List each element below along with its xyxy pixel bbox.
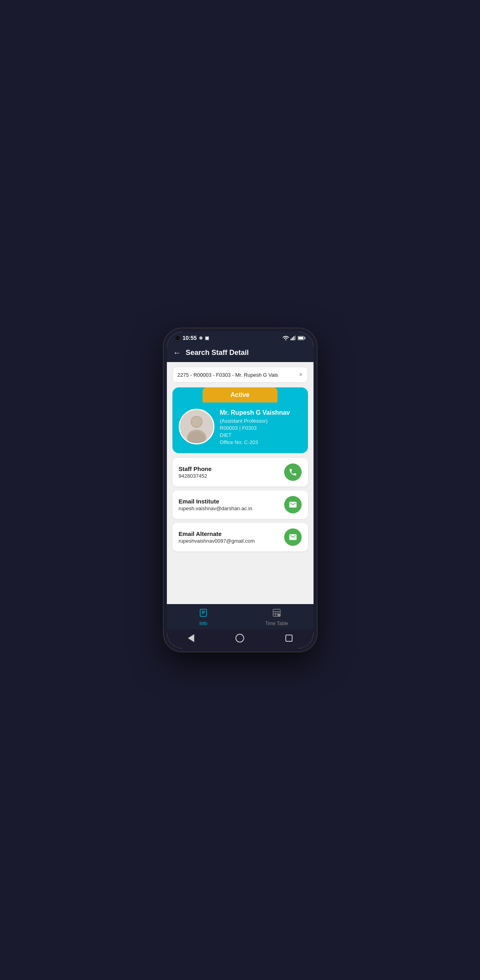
info-icon [199,608,208,620]
svg-rect-13 [200,609,207,616]
status-icon-1: ⊕ [199,336,203,341]
svg-point-11 [191,417,201,427]
contact-phone: Staff Phone 9428037452 [172,458,308,486]
staff-codes: R00003 | F0303 [220,425,302,431]
contact-email-institute: Email Institute rupesh.vaishnav@darshan.… [172,490,308,519]
nav-item-timetable[interactable]: ⟳ Time Table [240,604,314,629]
contact-email-alternate: Email Alternate rupeshvaishnav0097@gmail… [172,523,308,551]
contact-email-institute-text: Email Institute rupesh.vaishnav@darshan.… [179,498,252,511]
content-area: Active [167,387,314,604]
phone-nav-bar [167,629,314,648]
search-bar-wrap: 2275 - R00003 - F0303 - Mr. Rupesh G Vai… [167,362,314,387]
status-time: 10:55 [183,335,197,341]
staff-name: Mr. Rupesh G Vaishnav [220,409,302,417]
home-circle-icon [235,634,244,643]
active-badge: Active [203,387,277,402]
recent-nav-button[interactable] [283,633,295,644]
search-value[interactable]: 2275 - R00003 - F0303 - Mr. Rupesh G Vai… [178,372,297,378]
back-nav-button[interactable] [185,633,197,644]
nav-item-info[interactable]: Info [167,604,240,629]
phone-screen: 10:55 ⊕ ▣ [167,332,314,648]
svg-rect-4 [295,336,296,340]
status-icon-2: ▣ [205,336,209,341]
email-alt-icon [289,533,297,541]
nav-timetable-label: Time Table [265,621,288,626]
contact-email-institute-label: Email Institute [179,498,252,505]
person-svg [180,409,213,444]
bottom-nav: Info ⟳ Time Table [167,604,314,629]
contact-phone-text: Staff Phone 9428037452 [179,465,212,479]
staff-office: Office No: C-203 [220,439,302,445]
camera-dot [175,335,180,341]
phone-frame: 10:55 ⊕ ▣ [163,328,317,652]
contact-phone-label: Staff Phone [179,465,212,472]
back-button[interactable]: ← [173,348,181,357]
contact-phone-value: 9428037452 [179,473,212,479]
contact-email-institute-value: rupesh.vaishnav@darshan.ac.in [179,505,252,511]
wifi-icon [283,336,289,340]
timetable-tab-icon: ⟳ [272,608,281,618]
avatar-image [180,410,213,443]
contact-email-alternate-text: Email Alternate rupeshvaishnav0097@gmail… [179,530,255,544]
staff-department: DIET [220,432,302,438]
svg-point-0 [285,339,286,341]
back-triangle-icon [188,634,194,642]
contact-email-alternate-label: Email Alternate [179,530,255,537]
email-institute-button[interactable] [284,496,302,513]
signal-icon [291,336,296,340]
search-bar: 2275 - R00003 - F0303 - Mr. Rupesh G Vai… [172,367,308,383]
top-bar: ← Search Staff Detail [167,343,314,362]
email-icon [289,500,297,509]
svg-rect-6 [304,337,305,339]
call-button[interactable] [284,463,302,481]
contact-email-alternate-value: rupeshvaishnav0097@gmail.com [179,538,255,544]
clear-button[interactable]: × [299,371,302,378]
staff-role: (Assistant Professor) [220,418,302,424]
staff-info: Mr. Rupesh G Vaishnav (Assistant Profess… [220,409,302,445]
email-alternate-button[interactable] [284,528,302,546]
avatar [179,409,214,444]
home-nav-button[interactable] [234,633,245,644]
timetable-icon: ⟳ [272,608,281,620]
info-tab-icon [199,608,208,618]
phone-icon [289,468,297,477]
nav-info-label: Info [199,621,207,626]
recent-square-icon [285,635,293,642]
battery-icon [298,336,306,340]
card-body: Mr. Rupesh G Vaishnav (Assistant Profess… [172,402,308,445]
svg-rect-1 [291,339,292,340]
svg-rect-7 [298,337,303,339]
status-bar: 10:55 ⊕ ▣ [167,332,314,343]
page-title: Search Staff Detail [186,349,249,357]
status-icons [283,336,306,340]
status-left: 10:55 ⊕ ▣ [175,335,209,341]
staff-card: Active [172,387,308,453]
svg-rect-2 [292,337,293,340]
svg-rect-3 [293,336,295,340]
